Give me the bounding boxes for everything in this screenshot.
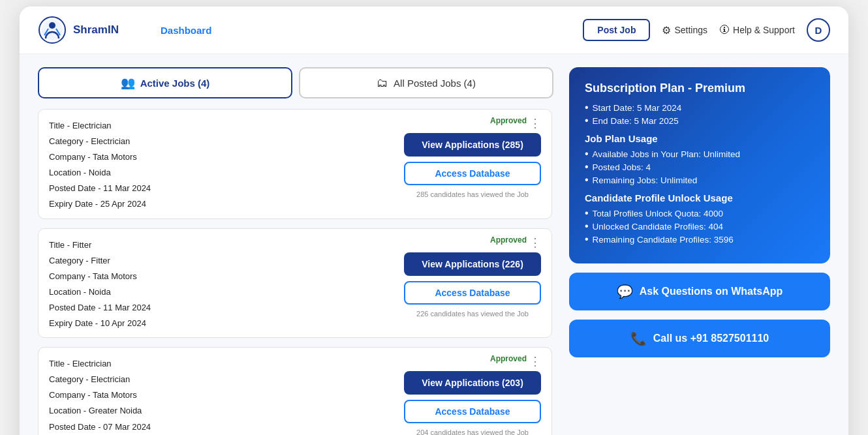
- subscription-title: Subscription Plan - Premium: [585, 82, 814, 95]
- header: ShramIN Dashboard Post Job ⚙ Settings 🛈 …: [20, 7, 848, 54]
- job-company: Company - Tata Motors: [49, 150, 394, 164]
- job-title: Title - Electrician: [49, 119, 394, 133]
- access-database-button[interactable]: Access Database: [404, 400, 541, 423]
- whatsapp-button[interactable]: 💬 Ask Questions on WhatsApp: [569, 273, 830, 310]
- job-company: Company - Tata Motors: [49, 388, 394, 402]
- help-link[interactable]: 🛈 Help & Support: [719, 24, 795, 36]
- job-card: Title - Electrician Category - Electrici…: [38, 109, 552, 219]
- settings-label: Settings: [674, 25, 707, 35]
- posted-jobs-icon: 🗂: [377, 76, 388, 90]
- jobs-list: Title - Electrician Category - Electrici…: [38, 109, 553, 435]
- end-date: End Date: 5 Mar 2025: [585, 115, 814, 127]
- svg-point-2: [49, 22, 55, 29]
- job-posted: Posted Date - 11 Mar 2024: [49, 181, 394, 196]
- job-actions: Approved ⋮ View Applications (226) Acces…: [404, 238, 541, 331]
- view-applications-button[interactable]: View Applications (285): [404, 133, 541, 157]
- tab-posted-jobs[interactable]: 🗂 All Posted Jobs (4): [299, 67, 553, 98]
- viewed-count: 285 candidates has viewed the Job: [404, 190, 541, 198]
- job-info: Title - Electrician Category - Electrici…: [49, 119, 394, 212]
- job-category: Category - Electrician: [49, 134, 394, 149]
- posted-jobs: Posted Jobs: 4: [585, 161, 814, 173]
- avatar[interactable]: D: [807, 18, 830, 42]
- job-actions: Approved ⋮ View Applications (203) Acces…: [404, 357, 541, 435]
- left-panel: 👥 Active Jobs (4) 🗂 All Posted Jobs (4) …: [38, 67, 553, 435]
- active-jobs-icon: 👥: [121, 76, 135, 90]
- status-badge: Approved: [490, 116, 527, 125]
- logo-text: ShramIN: [73, 23, 119, 37]
- job-posted: Posted Date - 07 Mar 2024: [49, 420, 394, 434]
- job-card: Title - Electrician Category - Electrici…: [38, 347, 552, 435]
- viewed-count: 226 candidates has viewed the Job: [404, 310, 541, 318]
- help-icon: 🛈: [719, 24, 730, 36]
- job-posted: Posted Date - 11 Mar 2024: [49, 301, 394, 315]
- job-location: Location - Noida: [49, 285, 394, 299]
- settings-icon: ⚙: [662, 24, 671, 37]
- post-job-button[interactable]: Post Job: [583, 19, 650, 41]
- job-info: Title - Electrician Category - Electrici…: [49, 357, 394, 435]
- start-date: Start Date: 5 Mar 2024: [585, 102, 814, 113]
- job-location: Location - Greater Noida: [49, 404, 394, 418]
- call-icon: 📞: [630, 331, 647, 346]
- tab-active-jobs[interactable]: 👥 Active Jobs (4): [38, 67, 292, 98]
- job-expiry: Expiry Date - 10 Apr 2024: [49, 316, 394, 331]
- view-applications-button[interactable]: View Applications (226): [404, 252, 541, 276]
- job-category: Category - Electrician: [49, 372, 394, 387]
- remaining-jobs: Remaining Jobs: Unlimited: [585, 174, 814, 186]
- logo-icon: [38, 16, 67, 44]
- main-content: 👥 Active Jobs (4) 🗂 All Posted Jobs (4) …: [20, 54, 848, 435]
- job-plan-title: Job Plan Usage: [585, 133, 814, 144]
- status-badge: Approved: [490, 354, 527, 363]
- call-label: Call us +91 8527501110: [653, 333, 769, 344]
- job-plan-usage: Job Plan Usage Available Jobs in Your Pl…: [585, 133, 814, 186]
- logo-area: ShramIN: [38, 16, 155, 44]
- job-category: Category - Fitter: [49, 254, 394, 268]
- job-expiry: Expiry Date - 25 Apr 2024: [49, 197, 394, 211]
- job-actions: Approved ⋮ View Applications (285) Acces…: [404, 119, 541, 212]
- app-container: ShramIN Dashboard Post Job ⚙ Settings 🛈 …: [20, 7, 848, 435]
- status-badge: Approved: [490, 235, 527, 245]
- access-database-button[interactable]: Access Database: [404, 162, 541, 185]
- job-info: Title - Fitter Category - Fitter Company…: [49, 238, 394, 331]
- access-database-button[interactable]: Access Database: [404, 281, 541, 305]
- call-button[interactable]: 📞 Call us +91 8527501110: [569, 320, 830, 357]
- subscription-card: Subscription Plan - Premium Start Date: …: [569, 67, 830, 263]
- unlocked-profiles: Unlocked Candidate Profiles: 404: [585, 220, 814, 232]
- more-options-button[interactable]: ⋮: [529, 354, 541, 368]
- header-actions: Post Job ⚙ Settings 🛈 Help & Support D: [583, 18, 830, 42]
- more-options-button[interactable]: ⋮: [529, 116, 541, 130]
- settings-link[interactable]: ⚙ Settings: [662, 24, 707, 37]
- right-panel: Subscription Plan - Premium Start Date: …: [569, 67, 830, 435]
- job-title: Title - Fitter: [49, 238, 394, 252]
- job-company: Company - Tata Motors: [49, 269, 394, 284]
- viewed-count: 204 candidates has viewed the Job: [404, 428, 541, 435]
- remaining-profiles: Remaining Candidate Profiles: 3596: [585, 233, 814, 245]
- candidate-title: Candidate Profile Unlock Usage: [585, 192, 814, 203]
- job-location: Location - Noida: [49, 166, 394, 180]
- total-profiles: Total Profiles Unlock Quota: 4000: [585, 207, 814, 219]
- job-title: Title - Electrician: [49, 357, 394, 371]
- available-jobs: Available Jobs in Your Plan: Unlimited: [585, 148, 814, 160]
- whatsapp-label: Ask Questions on WhatsApp: [640, 286, 783, 297]
- help-label: Help & Support: [733, 25, 795, 35]
- view-applications-button[interactable]: View Applications (203): [404, 371, 541, 395]
- job-card: Title - Fitter Category - Fitter Company…: [38, 228, 552, 338]
- tabs-row: 👥 Active Jobs (4) 🗂 All Posted Jobs (4): [38, 67, 553, 98]
- candidate-usage: Candidate Profile Unlock Usage Total Pro…: [585, 192, 814, 245]
- nav-label: Dashboard: [161, 25, 211, 36]
- more-options-button[interactable]: ⋮: [529, 235, 541, 250]
- whatsapp-icon: 💬: [617, 284, 633, 299]
- tab-posted-label: All Posted Jobs (4): [394, 78, 476, 89]
- tab-active-label: Active Jobs (4): [140, 78, 210, 89]
- plan-dates: Start Date: 5 Mar 2024 End Date: 5 Mar 2…: [585, 102, 814, 127]
